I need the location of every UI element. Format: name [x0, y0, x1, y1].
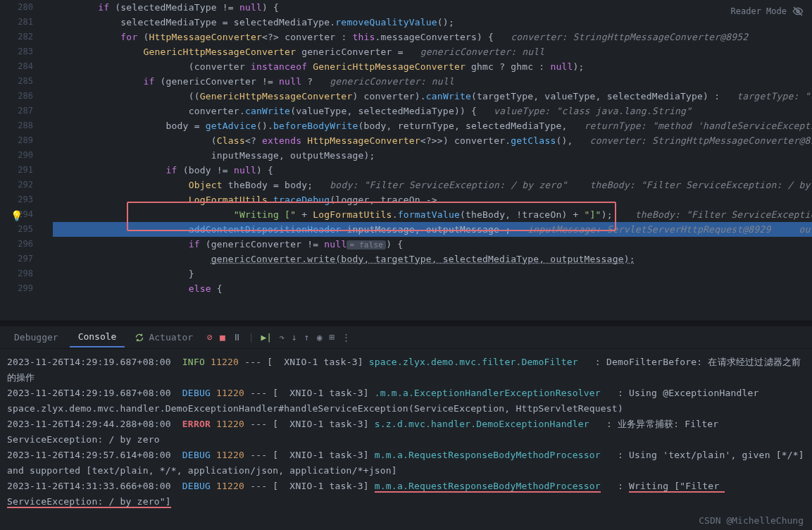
line-number[interactable]: 288 [0, 118, 53, 133]
code-line[interactable]: if (genericConverter != null= false) { [53, 237, 812, 252]
line-number[interactable]: 285 [0, 74, 53, 89]
stop-icon[interactable]: ⊘ [207, 332, 213, 343]
tool-tab-bar: Debugger Console Actuator ⊘ ■ ⏸ | ▶| ↷ ↓… [0, 326, 812, 349]
code-line[interactable]: "Writing [" + LogFormatUtils.formatValue… [53, 207, 812, 222]
code-line[interactable]: if (body != null) { [53, 163, 812, 178]
code-line[interactable]: Object theBody = body; body: "Filter Ser… [53, 178, 812, 192]
line-number[interactable]: 280 [0, 0, 53, 15]
line-number[interactable]: 290 [0, 148, 53, 163]
code-line[interactable]: inputMessage, outputMessage); [53, 148, 812, 163]
line-number[interactable]: 284 [0, 59, 53, 74]
code-line[interactable]: else { [53, 281, 812, 296]
code-line[interactable]: for (HttpMessageConverter<?> converter :… [53, 30, 812, 44]
log-line[interactable]: 2023-11-26T14:29:44.288+08:00 ERROR 1122… [7, 417, 805, 448]
step-into-icon[interactable]: ↓ [292, 332, 297, 343]
line-number[interactable]: 289 [0, 133, 53, 148]
code-line[interactable]: (converter instanceof GenericHttpMessage… [53, 59, 812, 74]
code-line[interactable]: addContentDispositionHeader inputMessage… [53, 222, 812, 237]
code-line[interactable]: } [53, 266, 812, 281]
resume-icon[interactable]: ▶| [261, 332, 273, 343]
intention-bulb-icon[interactable]: 💡 [11, 209, 23, 223]
divider: | [249, 332, 254, 343]
line-number[interactable]: 295 [0, 222, 53, 237]
watermark: CSDN @MichelleChung [699, 515, 804, 526]
code-line[interactable]: body = getAdvice().beforeBodyWrite(body,… [53, 118, 812, 133]
log-line[interactable]: 2023-11-26T14:31:33.666+08:00 DEBUG 1122… [7, 479, 805, 510]
refresh-icon [135, 333, 144, 343]
code-line[interactable]: selectedMediaType = selectedMediaType.re… [53, 15, 812, 30]
view-breakpoints-icon[interactable]: ◉ [317, 332, 323, 343]
code-line[interactable]: (Class<? extends HttpMessageConverter<?>… [53, 133, 812, 148]
stop-square-icon[interactable]: ■ [220, 332, 225, 343]
code-line[interactable]: LogFormatUtils.traceDebug(logger, traceO… [53, 192, 812, 207]
tab-actuator[interactable]: Actuator [127, 332, 200, 343]
line-number[interactable]: 296 [0, 237, 53, 252]
tab-console[interactable]: Console [70, 327, 125, 347]
console-output[interactable]: 2023-11-26T14:29:19.687+08:00 INFO 11220… [0, 349, 812, 530]
log-line[interactable]: 2023-11-26T14:29:19.687+08:00 INFO 11220… [7, 355, 805, 386]
tab-debugger[interactable]: Debugger [6, 328, 67, 347]
debug-toolbar: ⊘ ■ ⏸ | ▶| ↷ ↓ ↑ ◉ ⊞ ⋮ [203, 332, 355, 343]
code-line[interactable]: genericConverter.write(body, targetType,… [53, 252, 812, 266]
evaluate-icon[interactable]: ⊞ [330, 332, 335, 343]
code-line[interactable]: if (selectedMediaType != null) { [53, 0, 812, 15]
code-content[interactable]: if (selectedMediaType != null) { selecte… [53, 0, 812, 296]
line-number[interactable]: 282 [0, 30, 53, 44]
line-number[interactable]: 286 [0, 89, 53, 104]
gutter: 2802812822832842852862872882892902912922… [0, 0, 53, 296]
step-out-icon[interactable]: ↑ [304, 332, 310, 343]
log-line[interactable]: 2023-11-26T14:29:57.614+08:00 DEBUG 1122… [7, 448, 805, 479]
code-editor[interactable]: Reader Mode 2802812822832842852862872882… [0, 0, 812, 321]
pause-icon[interactable]: ⏸ [232, 332, 242, 343]
tool-window: Debugger Console Actuator ⊘ ■ ⏸ | ▶| ↷ ↓… [0, 326, 812, 530]
code-line[interactable]: if (genericConverter != null ? genericCo… [53, 74, 812, 89]
line-number[interactable]: 297 [0, 252, 53, 266]
log-line[interactable]: 2023-11-26T14:29:19.687+08:00 DEBUG 1122… [7, 386, 805, 417]
line-number[interactable]: 291 [0, 163, 53, 178]
step-over-icon[interactable]: ↷ [279, 332, 285, 343]
panel-divider[interactable] [0, 321, 812, 326]
line-number[interactable]: 299 [0, 281, 53, 296]
line-number[interactable]: 293 [0, 192, 53, 207]
code-line[interactable]: converter.canWrite(valueType, selectedMe… [53, 104, 812, 118]
line-number[interactable]: 283 [0, 44, 53, 59]
line-number[interactable]: 281 [0, 15, 53, 30]
code-line[interactable]: GenericHttpMessageConverter genericConve… [53, 44, 812, 59]
more-icon[interactable]: ⋮ [342, 332, 351, 343]
line-number[interactable]: 298 [0, 266, 53, 281]
line-number[interactable]: 292 [0, 178, 53, 192]
code-line[interactable]: ((GenericHttpMessageConverter) converter… [53, 89, 812, 104]
line-number[interactable]: 294 [0, 207, 53, 222]
line-number[interactable]: 287 [0, 104, 53, 118]
